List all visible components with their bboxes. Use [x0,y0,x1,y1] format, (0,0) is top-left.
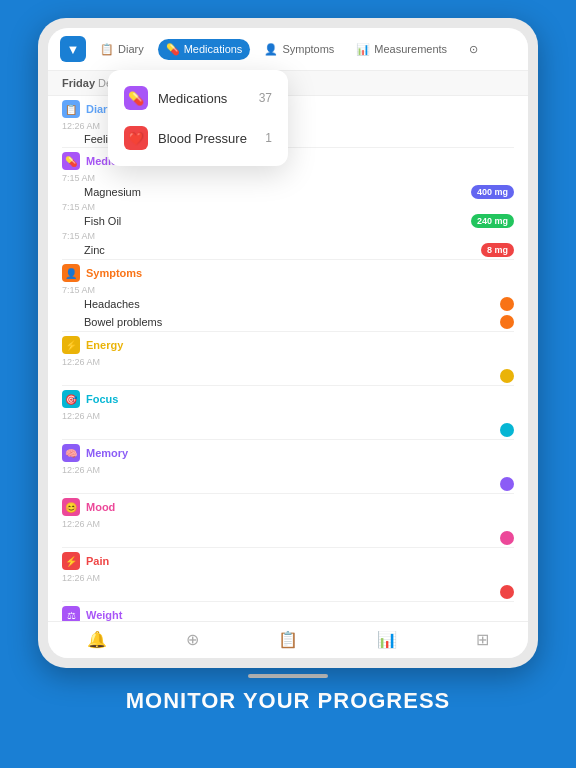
tablet-frame: ▼ 📋 Diary 💊 Medications 👤 Symptoms 📊 Mea… [38,18,538,668]
zinc-label: Zinc [84,244,105,256]
focus-section-label: Focus [86,393,118,405]
bottom-tab-chart[interactable]: 📊 [367,628,407,652]
memory-section-label: Memory [86,447,128,459]
focus-time: 12:26 AM [48,410,528,421]
memory-section-icon: 🧠 [62,444,80,462]
mood-section-icon: 😊 [62,498,80,516]
medications-time: 7:15 AM [48,172,528,183]
tab-medications[interactable]: 💊 Medications [158,39,251,60]
add-tab-icon: ⊕ [186,630,199,649]
energy-time: 12:26 AM [48,356,528,367]
magnesium-label: Magnesium [84,186,141,198]
tab-diary[interactable]: 📋 Diary [92,39,152,60]
dropdown-bp-count: 1 [265,131,272,145]
headaches-label: Headaches [84,298,140,310]
weight-section-icon: ⚖ [62,606,80,621]
diary-tab-icon: 📋 [100,43,114,56]
entry-headaches: Headaches [48,295,528,313]
symptoms-time: 7:15 AM [48,284,528,295]
entry-zinc: Zinc 8 mg [48,241,528,259]
bottom-text: MONITOR YOUR PROGRESS [126,688,451,714]
fish-oil-label: Fish Oil [84,215,121,227]
tab-symptoms[interactable]: 👤 Symptoms [256,39,342,60]
dropdown-medications-icon: 💊 [124,86,148,110]
focus-dot [500,423,514,437]
magnesium-badge: 400 mg [471,185,514,199]
section-symptoms: 👤 Symptoms [48,260,528,284]
memory-dot [500,477,514,491]
fish-oil-time: 7:15 AM [48,201,528,212]
entry-magnesium: Magnesium 400 mg [48,183,528,201]
mood-dot [500,531,514,545]
home-indicator [248,674,328,678]
mood-section-label: Mood [86,501,115,513]
bottom-tab-diary[interactable]: 📋 [268,628,308,652]
measurements-tab-icon: 📊 [356,43,370,56]
pain-section-label: Pain [86,555,109,567]
symptoms-section-icon: 👤 [62,264,80,282]
pain-entry [48,583,528,601]
medications-section-icon: 💊 [62,152,80,170]
tab-more[interactable]: ⊙ [461,39,486,60]
bowel-label: Bowel problems [84,316,162,328]
tab-measurements[interactable]: 📊 Measurements [348,39,455,60]
dropdown-menu: 💊 Medications 37 ❤️ Blood Pressure 1 [108,70,288,166]
more-tab-icon: ⊙ [469,43,478,56]
section-focus: 🎯 Focus [48,386,528,410]
focus-entry [48,421,528,439]
dropdown-bp-label: Blood Pressure [158,131,247,146]
dropdown-item-medications[interactable]: 💊 Medications 37 [108,78,288,118]
tablet-screen: ▼ 📋 Diary 💊 Medications 👤 Symptoms 📊 Mea… [48,28,528,658]
section-mood: 😊 Mood [48,494,528,518]
symptoms-tab-icon: 👤 [264,43,278,56]
memory-entry [48,475,528,493]
symptoms-section-label: Symptoms [86,267,142,279]
medications-tab-icon: 💊 [166,43,180,56]
date-day: Friday [62,77,95,89]
zinc-badge: 8 mg [481,243,514,257]
measurements-tab-label: Measurements [374,43,447,55]
dropdown-medications-label: Medications [158,91,227,106]
diary-tab-bottom-icon: 📋 [278,630,298,649]
section-pain: ⚡ Pain [48,548,528,572]
entry-bowel: Bowel problems [48,313,528,331]
section-energy: ⚡ Energy [48,332,528,356]
fish-oil-badge: 240 mg [471,214,514,228]
zinc-time: 7:15 AM [48,230,528,241]
dropdown-item-blood-pressure[interactable]: ❤️ Blood Pressure 1 [108,118,288,158]
focus-section-icon: 🎯 [62,390,80,408]
symptoms-tab-label: Symptoms [282,43,334,55]
bottom-tab-add[interactable]: ⊕ [176,628,209,652]
medications-tab-label: Medications [184,43,243,55]
bottom-tab-grid[interactable]: ⊞ [466,628,499,652]
bottom-bar: 🔔 ⊕ 📋 📊 ⊞ [48,621,528,658]
diary-tab-label: Diary [118,43,144,55]
entry-fish-oil: Fish Oil 240 mg [48,212,528,230]
mood-time: 12:26 AM [48,518,528,529]
dropdown-medications-count: 37 [259,91,272,105]
bottom-tab-alarm[interactable]: 🔔 [77,628,117,652]
pain-dot [500,585,514,599]
grid-tab-icon: ⊞ [476,630,489,649]
bowel-dot [500,315,514,329]
chart-tab-icon: 📊 [377,630,397,649]
section-memory: 🧠 Memory [48,440,528,464]
filter-icon[interactable]: ▼ [60,36,86,62]
mood-entry [48,529,528,547]
memory-time: 12:26 AM [48,464,528,475]
nav-bar: ▼ 📋 Diary 💊 Medications 👤 Symptoms 📊 Mea… [48,28,528,71]
pain-time: 12:26 AM [48,572,528,583]
energy-dot [500,369,514,383]
energy-section-label: Energy [86,339,123,351]
headaches-dot [500,297,514,311]
dropdown-bp-icon: ❤️ [124,126,148,150]
energy-section-icon: ⚡ [62,336,80,354]
diary-section-icon: 📋 [62,100,80,118]
weight-section-label: Weight [86,609,122,621]
pain-section-icon: ⚡ [62,552,80,570]
alarm-tab-icon: 🔔 [87,630,107,649]
energy-entry [48,367,528,385]
section-weight: ⚖ Weight [48,602,528,621]
